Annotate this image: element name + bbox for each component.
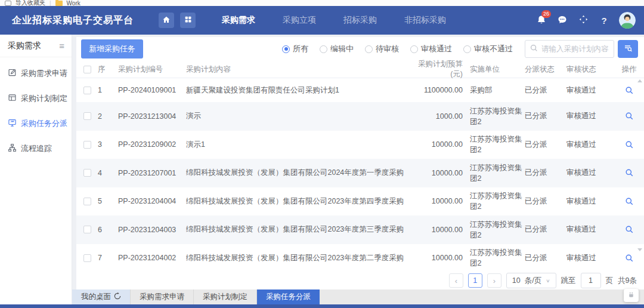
cell-plan-code: PP-20231204004	[118, 197, 186, 205]
cell-plan-code: PP-20231207001	[118, 169, 186, 177]
select-all-checkbox[interactable]	[83, 66, 91, 73]
sidebar-item-1[interactable]: 采购需求申请	[0, 61, 72, 86]
row-view-button[interactable]	[625, 225, 634, 234]
user-avatar[interactable]	[619, 12, 636, 29]
assistant-widget-button[interactable]	[624, 289, 639, 302]
cell-plan-code: PP-20231213004	[118, 112, 186, 121]
cell-unit: 江苏苏海投资集团2	[470, 219, 525, 241]
cell-dispatch-status: 已分派	[525, 85, 566, 96]
filter-radio-5[interactable]: 审核不通过	[463, 44, 513, 54]
bottom-tab-3[interactable]: 采购计划制定	[194, 289, 257, 304]
row-checkbox-cell	[76, 226, 98, 233]
row-view-button[interactable]	[625, 197, 634, 206]
row-checkbox[interactable]	[83, 226, 91, 233]
cell-actions	[614, 140, 644, 149]
cell-actions	[614, 85, 644, 94]
sidebar-item-2[interactable]: 采购计划制定	[0, 86, 72, 111]
bottom-tab-2[interactable]: 采购需求申请	[131, 289, 194, 304]
apps-grid-button[interactable]	[180, 13, 196, 28]
filter-radio-2[interactable]: 编辑中	[320, 44, 354, 54]
messages-button[interactable]	[556, 14, 568, 26]
cell-audit-status: 审核通过	[566, 111, 614, 121]
table-row: 6PP-20231204003绵阳科技城发展投资（发展）集团有限公司2023年度…	[76, 215, 644, 244]
table-icon	[8, 93, 17, 104]
row-view-button[interactable]	[625, 86, 634, 95]
page-size-select[interactable]: 10 条/页 ∨	[506, 273, 556, 288]
cell-plan-content: 新疆天聚建设投资集团有限责任公司采购计划1	[186, 85, 407, 96]
notification-bell-button[interactable]: 26	[535, 14, 547, 26]
sidebar-menu: 采购需求申请采购计划制定采购任务分派流程追踪	[0, 57, 72, 161]
row-checkbox[interactable]	[83, 254, 91, 262]
cell-actions	[614, 254, 644, 263]
col-header-plan-code: 采购计划编号	[118, 64, 186, 75]
cell-plan-content: 演示	[186, 111, 407, 121]
cell-budget: 10000.00	[407, 169, 470, 177]
col-header-budget: 采购计划预算(元)	[407, 59, 470, 79]
search-icon	[530, 44, 538, 54]
nav-item-1[interactable]: 采购需求	[222, 15, 255, 26]
bottom-tab-label: 采购计划制定	[203, 292, 247, 302]
advanced-search-button[interactable]	[618, 40, 638, 58]
content-panel: 新增采购任务 所有编辑中待审核审核通过审核不通过 序 采购计划编号 采购计划内容…	[76, 37, 644, 289]
row-view-button[interactable]	[625, 140, 634, 149]
filter-radio-4[interactable]: 审核通过	[410, 44, 452, 54]
row-checkbox[interactable]	[83, 87, 91, 94]
bottom-tab-1[interactable]: 我的桌面	[72, 289, 131, 304]
cell-audit-status: 审核通过	[566, 253, 614, 263]
notification-badge: 26	[541, 10, 551, 18]
row-checkbox[interactable]	[83, 112, 91, 120]
row-view-button[interactable]	[625, 254, 634, 263]
row-view-button[interactable]	[625, 112, 634, 121]
bookmark-import-label[interactable]: 导入收藏夹	[16, 0, 45, 6]
filter-radio-label: 审核通过	[421, 44, 452, 54]
filter-radio-label: 编辑中	[330, 44, 354, 54]
dispatch-monitor-icon	[8, 118, 17, 129]
fullscreen-button[interactable]	[577, 14, 589, 26]
cell-audit-status: 审核通过	[566, 196, 614, 207]
row-checkbox-cell	[76, 87, 98, 94]
bookmark-folder-label[interactable]: Work	[67, 0, 80, 6]
total-count-label: 共9条	[618, 276, 637, 286]
nav-item-4[interactable]: 非招标采购	[404, 15, 446, 26]
bottom-tab-4[interactable]: 采购任务分派	[257, 289, 320, 304]
nav-item-2[interactable]: 采购立项	[283, 15, 316, 26]
cell-audit-status: 审核通过	[566, 224, 614, 235]
row-checkbox[interactable]	[83, 141, 91, 149]
help-button[interactable]: ?	[598, 14, 610, 26]
cell-unit: 江苏苏海投资集团2	[470, 106, 525, 127]
cell-budget: 10000.00	[407, 226, 470, 234]
row-checkbox[interactable]	[83, 169, 91, 177]
scroll-down-arrow[interactable]	[637, 248, 642, 251]
sidebar-item-4[interactable]: 流程追踪	[0, 136, 72, 161]
cell-plan-content: 绵阳科技城发展投资（发展）集团有限公司2023年度第二季度采购	[186, 253, 407, 263]
col-header-unit: 实施单位	[470, 64, 525, 75]
filter-radio-1[interactable]: 所有	[282, 44, 308, 54]
radio-circle-icon	[320, 45, 327, 53]
nav-item-3[interactable]: 招标采购	[343, 15, 377, 26]
sidebar-item-label: 采购计划制定	[21, 93, 67, 104]
refresh-icon[interactable]	[114, 292, 121, 301]
radio-circle-icon	[410, 45, 418, 53]
row-view-button[interactable]	[625, 168, 634, 177]
sidebar-collapse-icon[interactable]: ≡	[59, 41, 64, 50]
cell-seq: 4	[98, 169, 118, 177]
sidebar-item-3[interactable]: 采购任务分派	[0, 111, 72, 136]
prev-page-button[interactable]: ‹	[449, 273, 463, 288]
add-procurement-task-button[interactable]: 新增采购任务	[81, 39, 143, 58]
row-checkbox[interactable]	[83, 198, 91, 205]
col-header-dispatch-status: 分派状态	[525, 64, 566, 75]
filter-radio-3[interactable]: 待审核	[365, 44, 399, 54]
next-page-button[interactable]: ›	[487, 273, 501, 288]
search-input[interactable]	[541, 45, 609, 53]
scroll-up-arrow[interactable]	[637, 79, 642, 82]
home-button[interactable]	[159, 13, 174, 28]
home-icon	[162, 16, 171, 26]
assistant-widget-icon	[627, 291, 635, 300]
app-title: 企业招标采购电子交易平台	[12, 14, 134, 27]
cell-plan-code: PP-20231204003	[118, 226, 186, 234]
table-row: 1PP-20240109001新疆天聚建设投资集团有限责任公司采购计划11100…	[76, 78, 644, 102]
edit-square-icon	[8, 68, 17, 79]
jump-page-input[interactable]	[581, 273, 601, 288]
col-header-plan-content: 采购计划内容	[186, 64, 407, 75]
current-page-button[interactable]: 1	[468, 273, 482, 288]
